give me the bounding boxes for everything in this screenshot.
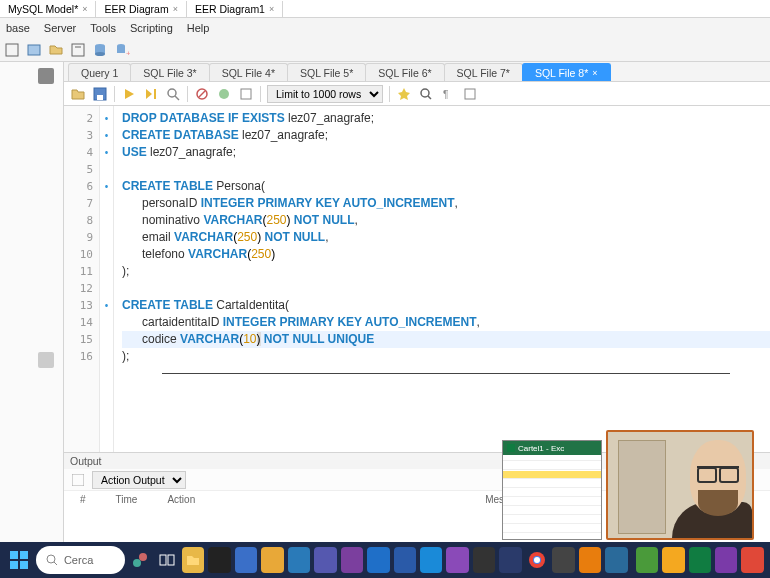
rows-limit-dropdown[interactable]: Limit to 1000 rows: [267, 85, 383, 103]
editor-toolbar[interactable]: Limit to 1000 rows ¶: [64, 82, 770, 106]
svg-rect-0: [6, 44, 18, 56]
mysql-workbench-icon[interactable]: [605, 547, 627, 573]
svg-rect-24: [507, 444, 515, 452]
window-tab-mysql-model[interactable]: MySQL Model*×: [0, 1, 96, 17]
file-tabs[interactable]: Query 1 SQL File 3* SQL File 4* SQL File…: [64, 62, 770, 82]
app-icon-5[interactable]: [741, 547, 763, 573]
code-editor[interactable]: 2 3 4 5 6 7 8 9 10 11 12 13 14 15 16 • •…: [64, 106, 770, 452]
onenote-icon[interactable]: [341, 547, 363, 573]
navigator-toggle-icon[interactable]: [38, 68, 54, 84]
find-icon[interactable]: [418, 86, 434, 102]
terminal-icon[interactable]: [208, 547, 230, 573]
svg-point-6: [95, 52, 105, 56]
svg-point-29: [47, 555, 55, 563]
svg-point-37: [534, 557, 540, 563]
svg-rect-25: [10, 551, 18, 559]
tab-sql-file-7[interactable]: SQL File 7*: [444, 63, 523, 81]
open-sql-icon[interactable]: [48, 42, 64, 58]
explorer-icon[interactable]: [182, 547, 204, 573]
stop-icon[interactable]: [194, 86, 210, 102]
tab-sql-file-3[interactable]: SQL File 3*: [130, 63, 209, 81]
excel-icon: [507, 444, 515, 452]
navigator-panel[interactable]: [0, 62, 64, 542]
wrap-icon[interactable]: [462, 86, 478, 102]
menu-help[interactable]: Help: [187, 22, 210, 34]
svg-line-20: [428, 96, 431, 99]
toggle-icon[interactable]: [238, 86, 254, 102]
svg-rect-8: [117, 46, 125, 53]
svg-line-14: [175, 96, 179, 100]
new-sql-tab-icon[interactable]: [4, 42, 20, 58]
sublime-icon[interactable]: [261, 547, 283, 573]
app-icon-4[interactable]: [715, 547, 737, 573]
chrome-icon[interactable]: [526, 547, 548, 573]
window-tab-eer-diagram1[interactable]: EER Diagram1×: [187, 1, 283, 17]
navigator-section-icon[interactable]: [38, 352, 54, 368]
close-icon[interactable]: ×: [173, 4, 178, 14]
database-icon[interactable]: [92, 42, 108, 58]
svg-point-31: [133, 559, 141, 567]
close-icon[interactable]: ×: [269, 4, 274, 14]
svg-rect-18: [241, 89, 251, 99]
close-icon[interactable]: ×: [592, 68, 597, 78]
window-tab-eer-diagram[interactable]: EER Diagram×: [96, 1, 186, 17]
word-icon[interactable]: [394, 547, 416, 573]
new-model-icon[interactable]: [26, 42, 42, 58]
svg-rect-1: [28, 45, 40, 55]
main-toolbar[interactable]: +: [0, 38, 770, 62]
tab-sql-file-8[interactable]: SQL File 8*×: [522, 63, 611, 81]
tab-sql-file-5[interactable]: SQL File 5*: [287, 63, 366, 81]
breakpoint-column[interactable]: • • • • •: [100, 106, 114, 452]
unity-icon[interactable]: [473, 547, 495, 573]
menu-server[interactable]: Server: [44, 22, 76, 34]
save-icon[interactable]: [92, 86, 108, 102]
database-plus-icon[interactable]: +: [114, 42, 130, 58]
tab-query-1[interactable]: Query 1: [68, 63, 131, 81]
start-button[interactable]: [6, 545, 32, 575]
excel-window-thumbnail[interactable]: Cartel1 - Exc: [502, 440, 602, 540]
menu-scripting[interactable]: Scripting: [130, 22, 173, 34]
svg-rect-26: [20, 551, 28, 559]
svg-rect-2: [72, 44, 84, 56]
menubar[interactable]: base Server Tools Scripting Help: [0, 18, 770, 38]
commit-icon[interactable]: [216, 86, 232, 102]
output-clear-icon[interactable]: [70, 472, 86, 488]
menu-database[interactable]: base: [6, 22, 30, 34]
execute-icon[interactable]: [121, 86, 137, 102]
svg-point-19: [421, 89, 429, 97]
visual-studio-icon[interactable]: [446, 547, 468, 573]
photoshop-icon[interactable]: [499, 547, 521, 573]
window-tabs[interactable]: MySQL Model*× EER Diagram× EER Diagram1×: [0, 0, 770, 18]
svg-rect-28: [20, 561, 28, 569]
menu-tools[interactable]: Tools: [90, 22, 116, 34]
tab-sql-file-4[interactable]: SQL File 4*: [209, 63, 288, 81]
inspector-icon[interactable]: [70, 42, 86, 58]
output-type-dropdown[interactable]: Action Output: [92, 471, 186, 489]
svg-point-32: [139, 553, 147, 561]
blender-icon[interactable]: [579, 547, 601, 573]
beautify-icon[interactable]: [396, 86, 412, 102]
app-icon-1[interactable]: [235, 547, 257, 573]
line-gutter: 2 3 4 5 6 7 8 9 10 11 12 13 14 15 16: [64, 106, 100, 452]
svg-rect-22: [465, 89, 475, 99]
excel-running-icon[interactable]: [689, 547, 711, 573]
tab-sql-file-6[interactable]: SQL File 6*: [365, 63, 444, 81]
task-view-icon[interactable]: [155, 547, 177, 573]
code-content[interactable]: DROP DATABASE IF EXISTS lez07_anagrafe; …: [114, 106, 770, 452]
teams-icon[interactable]: [314, 547, 336, 573]
explain-icon[interactable]: [165, 86, 181, 102]
app-icon-2[interactable]: [552, 547, 574, 573]
taskbar[interactable]: Cerca: [0, 542, 770, 578]
copilot-icon[interactable]: [129, 547, 151, 573]
camtasia-icon[interactable]: [636, 547, 658, 573]
close-icon[interactable]: ×: [82, 4, 87, 14]
open-file-icon[interactable]: [70, 86, 86, 102]
execute-step-icon[interactable]: [143, 86, 159, 102]
vscode-icon[interactable]: [420, 547, 442, 573]
invisible-chars-icon[interactable]: ¶: [440, 86, 456, 102]
svg-point-17: [219, 89, 229, 99]
search-input[interactable]: Cerca: [36, 546, 125, 574]
trello-icon[interactable]: [288, 547, 310, 573]
app-icon-3[interactable]: [662, 547, 684, 573]
outlook-icon[interactable]: [367, 547, 389, 573]
